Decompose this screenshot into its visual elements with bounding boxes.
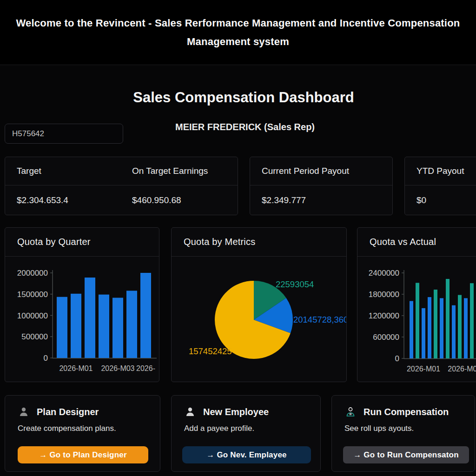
svg-text:2026-M03: 2026-M03 [101, 364, 134, 372]
kpi-label-current-period-payout: Current Period Payout [262, 166, 381, 176]
svg-text:1800000: 1800000 [369, 290, 399, 299]
kpi-label-on-target-earnings: On Target Earnings [132, 166, 226, 176]
person-outline-icon [344, 406, 357, 418]
action-card-new-employee: New Employee Add a payee profile. → Go N… [171, 395, 321, 472]
kpi-label-target: Target [17, 166, 132, 176]
chart-title-quota-by-quarter: Quota by Quarter [17, 237, 91, 247]
quota-vs-actual-bar-chart: 06000001200000180000024000002026-M012026… [357, 257, 476, 382]
action-card-run-compensation: Run Compensation See roll ups ayouts. → … [331, 395, 475, 472]
action-description-plan-designer: Create compensation plans. [18, 424, 147, 433]
svg-text:20145728,360: 20145728,360 [293, 315, 346, 324]
action-description-new-employee: Add a payee profile. [184, 424, 308, 433]
svg-text:0: 0 [395, 354, 399, 363]
kpi-card-current-period-payout: Current Period Payout $2.349.777 [250, 157, 393, 215]
svg-text:1200000: 1200000 [369, 311, 399, 320]
action-title-new-employee: New Employee [203, 407, 269, 417]
payee-id-input[interactable] [5, 124, 123, 144]
page-title: Sales Compensation Dashboard [0, 89, 476, 106]
chart-card-quota-by-metrics: Quota by Metrics 2259305420145728,360157… [171, 227, 347, 382]
welcome-banner: Welcome to the Revincent - Sales Rerform… [0, 0, 476, 65]
svg-text:2026-M03-: 2026-M03- [448, 365, 476, 373]
action-title-plan-designer: Plan Designer [37, 407, 99, 417]
svg-text:157452425: 157452425 [189, 346, 232, 356]
kpi-value-current-period-payout: $2.349.777 [262, 195, 381, 205]
kpi-card-ytd-payout: YTD Payout $0 [404, 157, 476, 215]
quota-by-quarter-bar-chart: 05000001000000150000020000002026-M012026… [5, 257, 159, 382]
svg-text:2026-: 2026- [136, 364, 155, 372]
svg-text:500000: 500000 [21, 332, 48, 341]
chart-card-quota-by-quarter: Quota by Quarter 05000001000000150000020… [5, 227, 159, 382]
person-icon [18, 406, 30, 418]
svg-text:600000: 600000 [373, 333, 399, 342]
svg-text:2026-M01: 2026-M01 [407, 365, 440, 373]
go-to-run-compensation-button[interactable]: → Go to Run Compensaton [343, 446, 469, 463]
svg-text:2000000: 2000000 [17, 269, 48, 278]
go-to-new-employee-button[interactable]: → Go Nev. Emplayee [182, 446, 311, 463]
kpi-value-ytd-payout: $0 [416, 195, 472, 205]
action-description-run-compensation: See roll ups ayouts. [344, 424, 462, 433]
person-icon [184, 406, 196, 418]
action-card-plan-designer: Plan Designer Create compensation plans.… [5, 395, 160, 472]
svg-text:1500000: 1500000 [17, 290, 48, 299]
go-to-plan-designer-button[interactable]: → Go to Plan Designer [18, 446, 148, 463]
svg-text:2026-M01: 2026-M01 [59, 364, 93, 372]
kpi-label-ytd-payout: YTD Payout [416, 166, 472, 176]
svg-text:22593054: 22593054 [276, 279, 314, 289]
svg-text:0: 0 [44, 354, 48, 363]
kpi-value-on-target-earnings: $460.950.68 [132, 195, 226, 205]
svg-text:2400000: 2400000 [369, 269, 399, 278]
kpi-card-target-ote: Target On Target Earnings $2.304.653.4 $… [5, 157, 238, 215]
action-title-run-compensation: Run Compensation [364, 407, 449, 417]
chart-card-quota-vs-actual: Quota vs Actual 060000012000001800000240… [357, 227, 476, 382]
welcome-banner-line1: Welcome to the Revincent - Sales Rerform… [16, 17, 460, 29]
kpi-value-target: $2.304.653.4 [17, 195, 132, 205]
chart-title-quota-vs-actual: Quota vs Actual [370, 237, 436, 247]
welcome-banner-line2: Management system [187, 36, 289, 48]
chart-title-quota-by-metrics: Quota by Metrics [184, 237, 255, 247]
quota-by-metrics-pie-chart: 2259305420145728,360157452425 [172, 257, 346, 382]
svg-text:1000000: 1000000 [17, 311, 48, 320]
